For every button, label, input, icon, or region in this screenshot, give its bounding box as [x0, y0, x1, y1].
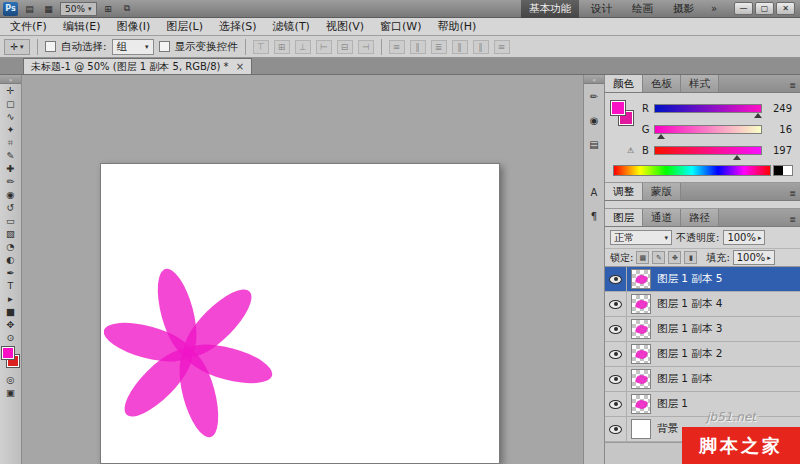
quick-selection-tool[interactable]: ✦ [0, 123, 21, 136]
flyout-arrow-icon[interactable]: ▸ [767, 254, 771, 262]
eye-icon[interactable] [609, 375, 622, 384]
lock-transparency-icon[interactable]: ▩ [636, 251, 649, 264]
white-swatch[interactable] [783, 166, 792, 175]
crop-tool[interactable]: ⌗ [0, 136, 21, 149]
layer-thumbnail[interactable] [631, 294, 651, 314]
color-spectrum-ramp[interactable] [613, 165, 771, 176]
screen-mode-icon[interactable]: ⧉ [120, 2, 135, 16]
layer-thumbnail[interactable] [631, 369, 651, 389]
shape-tool[interactable]: ■ [0, 305, 21, 318]
lock-position-icon[interactable]: ✥ [668, 251, 681, 264]
layer-row[interactable]: 图层 1 副本 [605, 367, 800, 392]
clone-source-panel-icon[interactable]: ◉ [584, 108, 604, 132]
fill-input[interactable]: 100% ▸ [733, 250, 775, 265]
workspace-more-chevrons[interactable]: » [706, 3, 722, 14]
zoom-tool[interactable]: ⊙ [0, 331, 21, 344]
menu-select[interactable]: 选择(S) [211, 19, 265, 34]
menu-image[interactable]: 图像(I) [108, 19, 158, 34]
brushes-panel-icon[interactable]: ✏ [584, 84, 604, 108]
green-channel-slider[interactable] [654, 125, 762, 134]
workspace-tab-essentials[interactable]: 基本功能 [521, 0, 579, 18]
gradient-tool[interactable]: ▧ [0, 227, 21, 240]
tab-adjustments[interactable]: 调整 [605, 183, 643, 200]
close-button[interactable]: ✕ [776, 2, 795, 15]
align-middle-icon[interactable]: ⊞ [274, 40, 290, 54]
workspace-tab-design[interactable]: 设计 [583, 0, 620, 18]
layer-thumbnail[interactable] [631, 319, 651, 339]
red-channel-slider[interactable] [654, 104, 762, 113]
auto-select-checkbox[interactable] [45, 41, 56, 52]
rectangular-marquee-tool[interactable]: ▢ [0, 97, 21, 110]
layer-name[interactable]: 图层 1 副本 4 [657, 297, 722, 311]
eye-icon[interactable] [609, 275, 622, 284]
strip-collapse-grip[interactable]: « [584, 75, 604, 84]
blur-tool[interactable]: ◔ [0, 240, 21, 253]
layer-name[interactable]: 图层 1 副本 2 [657, 347, 722, 361]
lock-all-icon[interactable]: ▮ [684, 251, 697, 264]
opacity-input[interactable]: 100% ▸ [723, 230, 765, 245]
red-channel-value[interactable]: 249 [766, 103, 792, 114]
gamut-warning-icon[interactable]: ⚠ [627, 146, 634, 155]
document-tab[interactable]: 未标题-1 @ 50% (图层 1 副本 5, RGB/8) * × [23, 58, 252, 74]
visibility-cell[interactable] [605, 317, 627, 342]
minimize-button[interactable]: — [734, 2, 753, 15]
eye-icon[interactable] [609, 325, 622, 334]
layer-row[interactable]: 图层 1 副本 5 [605, 267, 800, 292]
quick-mask-icon[interactable]: ◎ [0, 373, 21, 386]
visibility-cell[interactable] [605, 342, 627, 367]
tab-channels[interactable]: 通道 [643, 209, 681, 226]
tab-layers[interactable]: 图层 [605, 209, 643, 226]
character-panel-icon[interactable]: A [584, 180, 604, 204]
tab-masks[interactable]: 蒙版 [643, 183, 681, 200]
panel-menu-icon[interactable]: ≣ [789, 81, 800, 92]
visibility-cell[interactable] [605, 267, 627, 292]
arrange-documents-icon[interactable]: ⊞ [101, 2, 116, 16]
distribute-right-icon[interactable]: ≡ [494, 40, 510, 54]
layer-row[interactable]: 图层 1 副本 4 [605, 292, 800, 317]
visibility-cell[interactable] [605, 367, 627, 392]
eye-icon[interactable] [609, 400, 622, 409]
pen-tool[interactable]: ✒ [0, 266, 21, 279]
lasso-tool[interactable]: ∿ [0, 110, 21, 123]
layer-thumbnail[interactable] [631, 344, 651, 364]
menu-help[interactable]: 帮助(H) [429, 19, 484, 34]
slider-thumb-icon[interactable] [657, 134, 665, 139]
close-icon[interactable]: × [236, 61, 244, 72]
tab-swatches[interactable]: 色板 [643, 75, 681, 92]
eraser-tool[interactable]: ▭ [0, 214, 21, 227]
hand-tool[interactable]: ✥ [0, 318, 21, 331]
healing-brush-tool[interactable]: ✚ [0, 162, 21, 175]
document-page[interactable] [100, 163, 500, 464]
brush-tool[interactable]: ✏ [0, 175, 21, 188]
black-white-ramp[interactable] [773, 165, 793, 176]
panel-foreground-swatch[interactable] [611, 101, 625, 115]
screen-mode-toggle-icon[interactable]: ▣ [0, 386, 21, 399]
lock-pixels-icon[interactable]: ✎ [652, 251, 665, 264]
distribute-bottom-icon[interactable]: ≣ [431, 40, 447, 54]
zoom-level-select[interactable]: 50% ▾ [60, 2, 97, 16]
panel-menu-icon[interactable]: ≣ [789, 215, 800, 226]
layer-name[interactable]: 图层 1 副本 [657, 372, 712, 386]
align-bottom-icon[interactable]: ⊥ [295, 40, 311, 54]
tool-preset-picker[interactable]: ✛ ▾ [4, 39, 30, 55]
align-top-icon[interactable]: ⊤ [253, 40, 269, 54]
eyedropper-tool[interactable]: ✎ [0, 149, 21, 162]
layer-thumbnail[interactable] [631, 394, 651, 414]
eye-icon[interactable] [609, 300, 622, 309]
slider-thumb-icon[interactable] [754, 113, 762, 118]
layer-name[interactable]: 图层 1 [657, 397, 688, 411]
slider-thumb-icon[interactable] [733, 155, 741, 160]
toolbar-collapse-grip[interactable]: » [0, 75, 21, 84]
green-channel-value[interactable]: 16 [766, 124, 792, 135]
visibility-cell[interactable] [605, 392, 627, 417]
paragraph-panel-icon[interactable]: ¶ [584, 204, 604, 228]
distribute-top-icon[interactable]: ≡ [389, 40, 405, 54]
bridge-icon[interactable]: ▤ [22, 2, 37, 16]
distribute-center-icon[interactable]: ∥ [473, 40, 489, 54]
menu-edit[interactable]: 编辑(E) [55, 19, 109, 34]
blue-channel-slider[interactable] [654, 146, 762, 155]
layer-row[interactable]: 图层 1 [605, 392, 800, 417]
visibility-cell[interactable] [605, 417, 627, 442]
layer-row[interactable]: 图层 1 副本 3 [605, 317, 800, 342]
black-swatch[interactable] [774, 166, 783, 175]
